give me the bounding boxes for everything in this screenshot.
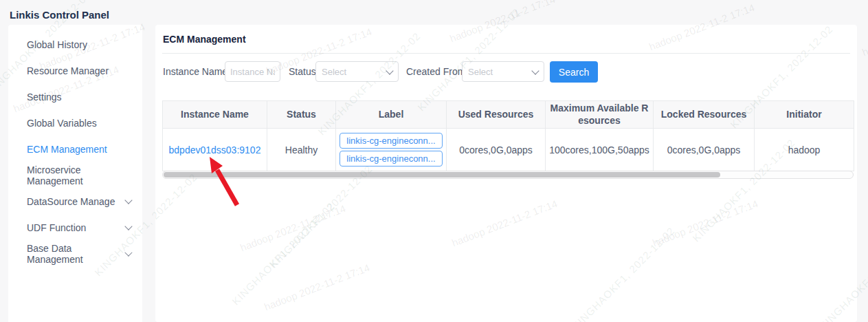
used-resources-cell: 0cores,0G,0apps	[447, 129, 546, 171]
ecm-table: Instance Name Status Label Used Resource…	[162, 100, 854, 171]
col-header-initiator: Initiator	[755, 101, 854, 129]
sidebar-item-label: Settings	[27, 92, 62, 103]
sidebar-item-label: Microservice Management	[27, 164, 131, 186]
table-header-row: Instance Name Status Label Used Resource…	[163, 101, 854, 129]
chevron-down-icon	[124, 222, 132, 230]
created-from-select-value: Select	[468, 67, 493, 77]
sidebar-item-label: Resource Manager	[27, 65, 109, 76]
status-cell: Healthy	[267, 129, 336, 171]
search-button[interactable]: Search	[550, 61, 598, 83]
sidebar-item-label: DataSource Manage	[27, 196, 115, 207]
page-title: ECM Management	[155, 25, 857, 53]
table-row: bdpdev01dss03:9102 Healthy linkis-cg-eng…	[163, 129, 854, 171]
sidebar-item-microservice-management[interactable]: Microservice Management	[8, 162, 142, 189]
sidebar-item-resource-manager[interactable]: Resource Manager	[8, 58, 142, 84]
col-header-max-available-resources: Maximum Available Resources	[546, 101, 654, 129]
status-select[interactable]: Select	[315, 61, 399, 82]
ecm-management-panel: ECM Management Instance Name Status Sele…	[155, 25, 857, 322]
col-header-instance-name: Instance Name	[163, 101, 267, 129]
engineconn-label-tag[interactable]: linkis-cg-engineconn...	[340, 133, 442, 149]
label-cell: linkis-cg-engineconn... linkis-cg-engine…	[336, 129, 447, 171]
filter-bar: Instance Name Status Select Created From…	[155, 61, 857, 83]
status-select-value: Select	[322, 67, 346, 77]
initiator-cell: hadoop	[755, 129, 854, 171]
sidebar-item-base-data-management[interactable]: Base Data Management	[8, 241, 142, 267]
sidebar: Global History Resource Manager Settings…	[8, 25, 142, 322]
locked-resources-cell: 0cores,0G,0apps	[654, 129, 755, 171]
max-available-resources-cell: 100cores,100G,50apps	[546, 129, 654, 171]
sidebar-item-udf-function[interactable]: UDF Function	[8, 215, 142, 241]
watermark-text: hadoop 2022-11-2 17:14	[860, 7, 868, 58]
sidebar-item-label: ECM Management	[27, 144, 107, 155]
sidebar-item-label: UDF Function	[27, 222, 86, 233]
instance-name-cell: bdpdev01dss03:9102	[163, 129, 267, 171]
sidebar-item-label: Global Variables	[27, 118, 97, 129]
sidebar-item-global-variables[interactable]: Global Variables	[8, 110, 142, 136]
sidebar-item-label: Base Data Management	[27, 243, 126, 265]
created-from-select[interactable]: Select	[462, 61, 544, 82]
col-header-locked-resources: Locked Resources	[654, 101, 755, 129]
instance-name-label: Instance Name	[163, 61, 227, 83]
instance-name-link[interactable]: bdpdev01dss03:9102	[169, 144, 261, 155]
created-from-label: Created From	[406, 61, 465, 83]
col-header-status: Status	[267, 101, 336, 129]
sidebar-item-settings[interactable]: Settings	[8, 84, 142, 110]
sidebar-item-label: Global History	[27, 39, 87, 50]
sidebar-item-global-history[interactable]: Global History	[8, 32, 142, 58]
chevron-down-icon	[531, 67, 539, 74]
scrollbar-thumb[interactable]	[164, 172, 720, 178]
app-title: Linkis Control Panel	[10, 9, 109, 21]
col-header-used-resources: Used Resources	[447, 101, 546, 129]
divider	[162, 53, 850, 54]
col-header-label: Label	[336, 101, 447, 129]
engineconn-label-tag[interactable]: linkis-cg-engineconn...	[340, 151, 442, 167]
chevron-down-icon	[386, 67, 393, 74]
instance-name-input[interactable]	[225, 61, 280, 82]
sidebar-item-datasource-manage[interactable]: DataSource Manage	[8, 189, 142, 215]
horizontal-scrollbar[interactable]	[162, 171, 854, 179]
chevron-down-icon	[124, 196, 132, 204]
status-label: Status	[289, 61, 316, 83]
sidebar-item-ecm-management[interactable]: ECM Management	[8, 136, 142, 162]
